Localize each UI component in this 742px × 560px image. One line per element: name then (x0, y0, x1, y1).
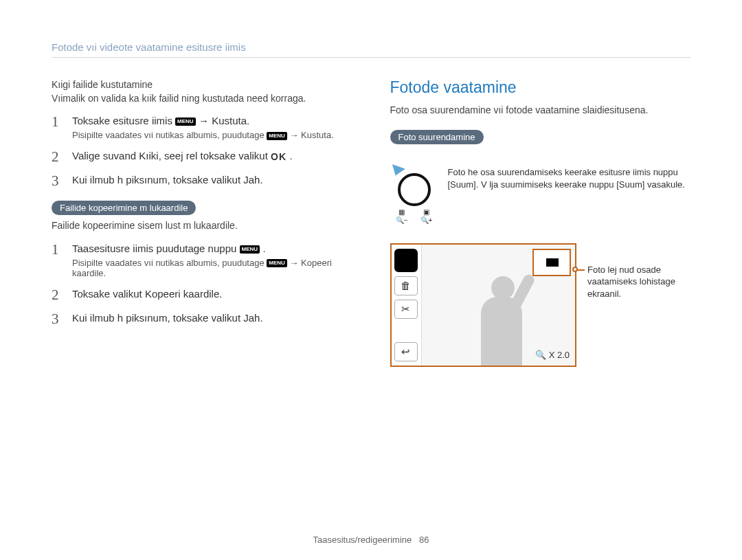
photos-viewing-intro: Foto osa suurendamine vıi fotode vaatami… (390, 104, 691, 117)
copy-intro: Failide kopeerimine sisem lust m lukaard… (52, 219, 352, 233)
footer-section: Taasesitus/redigeerimine (313, 535, 412, 545)
single-view-icon: ▣ (423, 208, 429, 216)
photo-silhouette (453, 262, 543, 366)
trash-icon: 🗑 (401, 280, 411, 291)
footer-page-number: 86 (419, 535, 429, 545)
sub-pre: Pisipilte vaadates vıi nutikas albumis, … (72, 130, 267, 140)
menu-icon: MENU (267, 259, 287, 267)
navigator-box[interactable] (532, 249, 571, 276)
magnifier-icon: 🔍 (535, 350, 546, 360)
back-icon: ↩ (401, 346, 410, 358)
all-files-delete-desc: Vıimalik on valida ka kıik failid ning k… (52, 92, 352, 106)
menu-icon: MENU (267, 132, 287, 140)
step-b-2: 2 Toksake valikut Kopeeri kaardile. (52, 288, 352, 302)
step-text: Jah. (243, 174, 262, 186)
step-number: 2 (52, 288, 63, 302)
breadcrumb: Fotode vıi videote vaatamine esitusre ii… (52, 41, 690, 58)
step-text: Toksake esitusre iimis (72, 115, 175, 126)
navigator-viewport (546, 258, 559, 267)
callout-text: Foto lej nud osade vaatamiseks lohistage… (587, 265, 675, 299)
zoom-in-icon: 🔍+ (420, 216, 433, 224)
arrow-icon: → (199, 115, 212, 126)
menu-icon: MENU (175, 117, 196, 126)
delete-button[interactable]: 🗑 (394, 276, 418, 295)
screen-row: 🗑 ✂ ↩ (390, 243, 691, 367)
content-columns: Kıigi failide kustutamine Vıimalik on va… (52, 78, 690, 367)
menu-icon: MENU (240, 245, 260, 254)
step-number: 1 (52, 243, 63, 257)
dial-instruction-text: Foto he osa suurendamiseks keerake esitu… (448, 166, 691, 191)
sub-pre: Pisipilte vaadates vıi nutikas albumis, … (72, 258, 267, 268)
step-number: 3 (52, 312, 63, 326)
zoom-dial-graphic: ▦ 🔍− ▣ 🔍+ (390, 166, 438, 224)
zoom-out-icon: 🔍− (396, 216, 408, 224)
page: Fotode vıi videote vaatamine esitusre ii… (0, 0, 742, 388)
step-text: Kustuta. (212, 115, 249, 126)
dial-ring-icon (398, 173, 431, 206)
zoom-level-label: 🔍 X 2.0 (535, 350, 570, 360)
step-number: 2 (52, 150, 63, 164)
step-text: Toksake valikut Kopeeri kaardile. (72, 288, 222, 300)
edit-button[interactable]: ✂ (394, 300, 418, 319)
step-b-3: 3 Kui ilmub h piksınum, toksake valikut … (52, 312, 352, 326)
zoom-value: X 2.0 (549, 350, 570, 360)
all-files-delete-label: Kıigi failide kustutamine (52, 78, 352, 92)
camera-screen: 🗑 ✂ ↩ (390, 243, 577, 367)
screen-main-area[interactable]: 🔍 X 2.0 (422, 245, 576, 366)
screen-left-toolbar: 🗑 ✂ ↩ (392, 245, 422, 366)
step-number: 1 (52, 115, 63, 129)
step-subtext: Pisipilte vaadates vıi nutikas albumis, … (72, 258, 352, 278)
pill-zoom: Foto suurendamine (390, 130, 484, 144)
page-footer: Taasesitus/redigeerimine 86 (0, 535, 742, 545)
sub-post: → Kustuta. (289, 130, 333, 140)
step-text: Valige suvand Kıiki, seej rel toksake va… (72, 150, 271, 161)
step-text: Kui ilmub h piksınum, toksake valikut (72, 312, 243, 324)
scissors-icon: ✂ (401, 303, 410, 315)
navigator-callout: Foto lej nud osade vaatamiseks lohistage… (587, 243, 690, 300)
pill-copy-files: Failide kopeerimine m lukaardile (52, 201, 196, 215)
dial-arrow-icon (389, 164, 405, 178)
step-b-1: 1 Taasesitusre iimis puudutage nuppu MEN… (52, 243, 352, 278)
step-a-2: 2 Valige suvand Kıiki, seej rel toksake … (52, 150, 352, 164)
step-text: . (263, 243, 266, 254)
dial-indicators: ▦ 🔍− ▣ 🔍+ (396, 208, 433, 224)
step-subtext: Pisipilte vaadates vıi nutikas albumis, … (72, 130, 352, 140)
mode-indicator (394, 249, 418, 272)
photos-viewing-heading: Fotode vaatamine (390, 78, 691, 97)
step-a-3: 3 Kui ilmub h piksınum, toksake valikut … (52, 174, 352, 188)
ok-icon: OK (271, 151, 286, 162)
dial-description-row: ▦ 🔍− ▣ 🔍+ Foto he osa suurendamiseks kee… (390, 166, 691, 224)
step-a-1: 1 Toksake esitusre iimis MENU → Kustuta.… (52, 115, 352, 140)
step-text: Kui ilmub h piksınum, toksake valikut (72, 174, 243, 186)
step-number: 3 (52, 174, 63, 188)
callout-line (576, 269, 585, 271)
column-left: Kıigi failide kustutamine Vıimalik on va… (52, 78, 352, 367)
column-right: Fotode vaatamine Foto osa suurendamine v… (390, 78, 691, 367)
step-text: Jah. (243, 312, 262, 324)
step-text: Taasesitusre iimis puudutage nuppu (72, 243, 240, 254)
thumb-grid-icon: ▦ (398, 208, 405, 216)
back-button[interactable]: ↩ (394, 342, 418, 361)
step-text: . (289, 150, 292, 161)
